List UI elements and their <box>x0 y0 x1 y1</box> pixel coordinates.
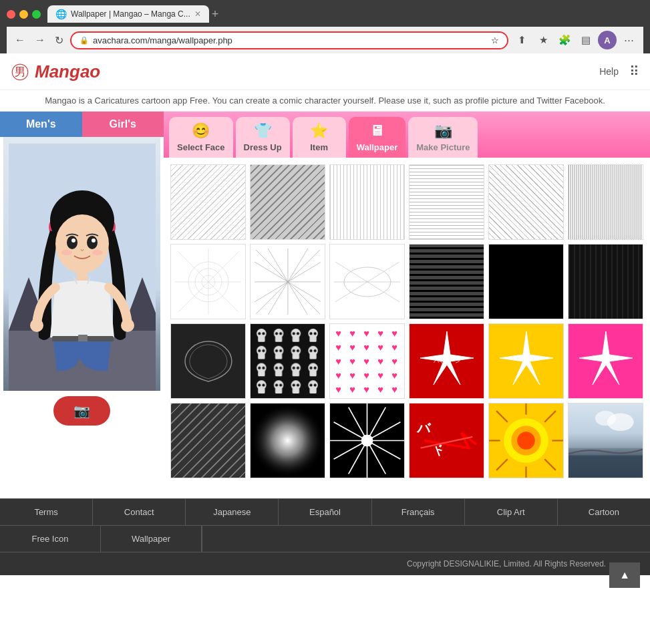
wallpaper-item[interactable] <box>170 403 246 478</box>
footer-cartoon[interactable]: Cartoon <box>558 499 650 525</box>
wallpaper-item[interactable] <box>409 164 484 240</box>
svg-point-11 <box>71 238 75 243</box>
wallpaper-item[interactable] <box>568 244 643 319</box>
svg-point-64 <box>251 404 325 478</box>
profile-icon[interactable]: A <box>598 31 617 49</box>
svg-line-20 <box>178 252 208 282</box>
footer-francais[interactable]: Français <box>372 499 465 525</box>
active-tab[interactable]: 🌐 Wallpaper | Mangao – Manga C... ✕ <box>47 5 209 23</box>
wallpaper-item[interactable] <box>250 403 325 478</box>
wallpaper-item[interactable] <box>170 244 246 319</box>
wallpaper-item[interactable] <box>170 164 246 240</box>
tab-dress-up-label: Dress Up <box>244 142 282 152</box>
close-button[interactable] <box>7 10 15 19</box>
browser-toolbar: ← → ↻ 🔒 avachara.com/manga/wallpaper.php… <box>7 27 643 53</box>
lock-icon: 🔒 <box>79 36 89 45</box>
svg-marker-63 <box>579 331 633 385</box>
svg-line-26 <box>178 281 208 311</box>
wallpaper-item[interactable] <box>329 403 405 478</box>
address-bar[interactable]: 🔒 avachara.com/manga/wallpaper.php ☆ <box>70 31 508 49</box>
svg-line-84 <box>544 411 556 422</box>
right-content: 😊 Select Face 👕 Dress Up ⭐ Item 🖥 Wallpa… <box>164 112 650 485</box>
forward-button[interactable]: → <box>32 33 48 47</box>
wallpaper-item[interactable] <box>488 323 564 399</box>
svg-text:バ: バ <box>416 421 432 436</box>
svg-line-42 <box>268 281 288 315</box>
wallpaper-item[interactable]: バ ド <box>409 403 484 478</box>
svg-point-82 <box>517 432 535 450</box>
footer-espanol[interactable]: Español <box>279 499 371 525</box>
svg-point-8 <box>55 214 109 273</box>
footer-japanese[interactable]: Japanese <box>186 499 279 525</box>
svg-line-36 <box>287 262 321 282</box>
tab-title: Wallpaper | Mangao – Manga C... <box>71 9 190 19</box>
help-link[interactable]: Help <box>599 66 619 77</box>
bookmark-icon[interactable]: ☆ <box>491 35 499 45</box>
minimize-button[interactable] <box>19 10 28 19</box>
footer-free-icon[interactable]: Free Icon <box>0 526 101 552</box>
grid-icon[interactable]: ⠿ <box>629 63 639 79</box>
tab-wallpaper[interactable]: 🖥 Wallpaper <box>349 117 406 158</box>
svg-point-14 <box>92 250 103 255</box>
tab-select-face[interactable]: 😊 Select Face <box>169 117 233 158</box>
footer-links-row1: Terms Contact Japanese Español Français … <box>0 498 650 525</box>
logo-text: Mangao <box>35 61 100 82</box>
svg-rect-60 <box>332 326 402 396</box>
wallpaper-item[interactable] <box>488 164 564 240</box>
wallpaper-item[interactable] <box>170 323 246 399</box>
wallpaper-item[interactable] <box>250 323 325 399</box>
svg-rect-58 <box>253 327 322 395</box>
monitor-icon: 🖥 <box>369 122 384 140</box>
footer-links-row2: Free Icon Wallpaper <box>0 525 650 552</box>
new-tab-button[interactable]: + <box>212 7 219 21</box>
gender-tabs: Men's Girl's <box>0 112 164 137</box>
tab-close-icon[interactable]: ✕ <box>194 9 201 19</box>
wallpaper-item[interactable] <box>329 244 405 319</box>
wallpaper-item[interactable] <box>568 403 643 478</box>
girls-tab[interactable]: Girl's <box>82 112 164 137</box>
bookmark-star-icon[interactable]: ★ <box>534 31 552 49</box>
wallpaper-item[interactable] <box>488 244 564 319</box>
face-icon: 😊 <box>192 122 210 140</box>
mens-tab[interactable]: Men's <box>0 112 82 137</box>
menu-icon[interactable]: ⋯ <box>619 31 638 49</box>
svg-line-38 <box>287 281 321 301</box>
url-text: avachara.com/manga/wallpaper.php <box>93 35 487 45</box>
wallpaper-item[interactable] <box>329 164 405 240</box>
back-button[interactable]: ← <box>12 33 28 47</box>
toolbar-icons: ⬆ ★ 🧩 ▤ A ⋯ <box>512 31 638 49</box>
logo-area: ㊚ Mangao <box>11 59 100 84</box>
fullscreen-button[interactable] <box>32 10 41 19</box>
wallpaper-item[interactable] <box>488 403 564 478</box>
wallpaper-item[interactable] <box>568 164 643 240</box>
extensions-icon[interactable]: 🧩 <box>555 31 574 49</box>
wallpaper-item[interactable] <box>409 244 484 319</box>
svg-point-13 <box>61 250 72 255</box>
wallpaper-item[interactable] <box>568 323 643 399</box>
tab-item[interactable]: ⭐ Item <box>293 117 346 158</box>
footer-terms[interactable]: Terms <box>0 499 93 525</box>
tab-favicon: 🌐 <box>55 9 67 19</box>
footer-clip-art[interactable]: Clip Art <box>465 499 558 525</box>
svg-line-43 <box>256 281 288 313</box>
main-layout: Men's Girl's <box>0 112 650 485</box>
tab-select-face-label: Select Face <box>177 142 225 152</box>
reload-button[interactable]: ↻ <box>52 33 66 48</box>
sidebar-icon[interactable]: ▤ <box>577 31 595 49</box>
svg-line-40 <box>287 281 307 315</box>
scroll-top-button[interactable]: ▲ <box>609 562 640 588</box>
wallpaper-item[interactable]: ♥ <box>329 323 405 399</box>
traffic-lights <box>7 10 41 19</box>
svg-line-90 <box>496 411 508 422</box>
tab-make-picture[interactable]: 📷 Make Picture <box>408 117 478 158</box>
tab-dress-up[interactable]: 👕 Dress Up <box>236 117 290 158</box>
footer-contact[interactable]: Contact <box>93 499 186 525</box>
wallpaper-item[interactable] <box>250 244 325 319</box>
wallpaper-item[interactable] <box>250 164 325 240</box>
camera-button[interactable]: 📷 <box>53 396 110 426</box>
svg-line-22 <box>208 252 238 282</box>
share-icon[interactable]: ⬆ <box>512 31 531 49</box>
footer-wallpaper[interactable]: Wallpaper <box>101 526 202 552</box>
wallpaper-item[interactable]: バキューン <box>409 323 484 399</box>
svg-rect-94 <box>568 456 643 478</box>
